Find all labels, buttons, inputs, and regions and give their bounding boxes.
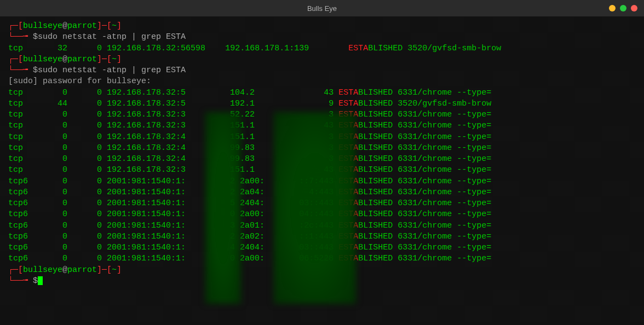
netstat-row: tcp6 0 0 2001:981:1540:1: 0 2a00: 06:522… [8,253,636,264]
netstat-row: tcp6 0 0 2001:981:1540:1: 5 2404: 03::44… [8,198,636,209]
close-button[interactable] [631,5,637,11]
netstat-row: tcp 0 0 192.168.178.32:5 104.2 43 ESTABL… [8,88,636,98]
command-line-2: └──╼ $sudo netstat -atnp | grep ESTA [8,65,636,76]
netstat-row: tcp 44 0 192.168.178.32:5 192.1 9 ESTABL… [8,98,636,109]
window-controls [609,5,637,11]
netstat-row: tcp 0 0 192.168.178.32:4 99.83 3 ESTABLI… [8,143,636,154]
cursor-block [38,276,43,285]
sudo-prompt: [sudo] password for bullseye: [8,76,636,87]
cursor-line[interactable]: └──╼ $ [8,276,636,287]
minimize-button[interactable] [609,5,616,11]
window-title: Bulls Eye [307,4,337,13]
netstat-row: tcp 0 0 192.168.178.32:4 99.83 3 ESTABLI… [8,154,636,165]
netstat-row: tcp 0 0 192.168.178.32:3 151.1 43 ESTABL… [8,120,636,131]
netstat-row: tcp 32 0 192.168.178.32:56598 192.168.17… [8,43,636,54]
netstat-row: tcp6 0 0 2001:981:1540:1: 2 2a02: ::1:44… [8,231,636,242]
prompt-line-1: ┌─[bullseye@parrot]─[~] [8,21,636,32]
netstat-row: tcp6 0 0 2001:981:1540:1: 4 2404: 03::44… [8,242,636,253]
netstat-row: tcp 0 0 192.168.178.32:3 52.22 3 ESTABLI… [8,109,636,120]
command-line-1: └──╼ $sudo netstat -atnp | grep ESTA [8,32,636,43]
netstat-row: tcp 0 0 192.168.178.32:3 151.1 43 ESTABL… [8,165,636,176]
prompt-line-2: ┌─[bullseye@parrot]─[~] [8,54,636,65]
titlebar: Bulls Eye [0,0,644,16]
netstat-output: tcp 0 0 192.168.178.32:5 104.2 43 ESTABL… [8,88,636,265]
netstat-row: tcp6 0 0 2001:981:1540:1: 3 2a01: :2c:44… [8,220,636,231]
maximize-button[interactable] [620,5,626,11]
prompt-line-3: ┌─[bullseye@parrot]─[~] [8,265,636,276]
netstat-row: tcp6 0 0 2001:981:1540:1: 2 2a00: ::7:44… [8,176,636,187]
netstat-row: tcp6 0 0 2001:981:1540:1: 0 2a00: 04::44… [8,209,636,220]
netstat-row: tcp6 0 0 2001:981:1540:1: 2 2a04: 4:443 … [8,187,636,198]
proto: tcp [8,44,23,53]
terminal-body[interactable]: ┌─[bullseye@parrot]─[~] └──╼ $sudo netst… [0,16,644,325]
netstat-row: tcp 0 0 192.168.178.32:4 151.1 3 ESTABLI… [8,132,636,143]
